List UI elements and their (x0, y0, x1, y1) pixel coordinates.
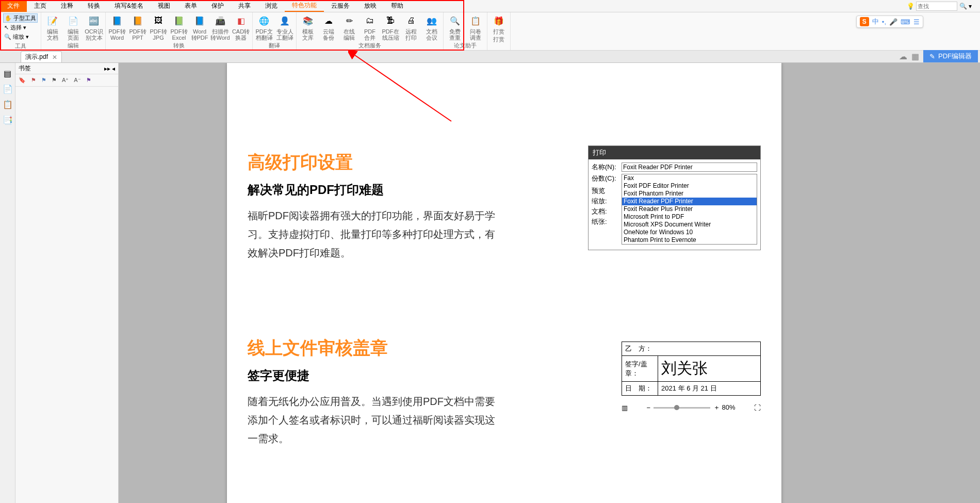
template-button[interactable]: 📚模板 文库 (298, 12, 318, 42)
ime-settings-icon[interactable]: ☰ (913, 18, 920, 26)
scan-icon: 📠 (213, 13, 227, 28)
thumbnails-icon[interactable]: ▤ (3, 68, 13, 78)
printer-option: OneNote for Windows 10 (622, 229, 757, 236)
ime-mic-icon[interactable]: 🎤 (889, 18, 897, 26)
chevron-down-icon[interactable]: ▾ (969, 3, 976, 10)
sig-name: 刘关张 (658, 356, 761, 382)
menu-bar: 文件 主页 注释 转换 填写&签名 视图 表单 保护 共享 浏览 特色功能 云服… (0, 0, 980, 12)
pdf2excel-button[interactable]: 📗PDF转 Excel (169, 12, 189, 42)
search-icon[interactable]: 🔍 (959, 3, 967, 10)
document-viewport[interactable]: 高级打印设置 解决常见的PDF打印难题 福昕PDF阅读器拥有强大的打印功能，界面… (119, 63, 980, 503)
excel-icon: 📗 (172, 13, 186, 28)
page-icon[interactable]: 📄 (3, 84, 13, 94)
cursor-icon: ↖ (4, 24, 9, 31)
remote-print-button[interactable]: 🖨远程 打印 (401, 12, 421, 42)
print-paper-label: 纸张: (592, 217, 622, 226)
menu-fillsign[interactable]: 填写&签名 (107, 0, 151, 12)
edit-doc-icon: 📝 (45, 13, 60, 28)
online-edit-button[interactable]: ✏在线 编辑 (339, 12, 360, 42)
menu-comment[interactable]: 注释 (54, 0, 80, 12)
menu-play[interactable]: 放映 (357, 0, 384, 12)
reward-button[interactable]: 🎁打赏 (488, 12, 509, 36)
gift-icon: 🎁 (492, 13, 506, 28)
edit-page-button[interactable]: 📄编辑 页面 (63, 12, 84, 42)
scan2word-button[interactable]: 📠扫描件 转Word (210, 12, 231, 42)
hand-tool[interactable]: ✋手型工具 (3, 13, 38, 23)
printer-option: Phantom Print to Evernote (622, 236, 757, 244)
printer-option-selected: Foxit Reader PDF Printer (622, 198, 757, 205)
zoom-tool[interactable]: 🔍缩放▾ (3, 32, 38, 41)
grid-icon[interactable]: ▦ (911, 52, 919, 61)
human-translate-button[interactable]: 👤专业人 工翻译 (274, 12, 295, 42)
cad-icon: ◧ (234, 13, 248, 28)
questionnaire-button[interactable]: 📋问卷 调查 (465, 12, 486, 42)
close-tab-icon[interactable]: ✕ (52, 54, 57, 61)
ime-keyboard-icon[interactable]: ⌨ (901, 18, 910, 26)
template-icon: 📚 (301, 13, 315, 28)
pdf-translate-button[interactable]: 🌐PDF文 档翻译 (254, 12, 274, 42)
font-increase-icon[interactable]: A⁺ (62, 77, 69, 84)
ime-lang[interactable]: 中 (872, 17, 879, 26)
sig-seal-label: 签字/盖章： (622, 356, 658, 382)
bookmark-add-icon[interactable]: 🔖 (19, 77, 26, 84)
printer-option: Microsoft Print to PDF (622, 213, 757, 221)
printer-icon: 🖨 (404, 13, 418, 28)
menu-help[interactable]: 帮助 (384, 0, 411, 12)
cloud-sync-icon[interactable]: ☁ (899, 52, 907, 61)
printer-option: Foxit Phantom Printer (622, 190, 757, 198)
ime-punct-icon[interactable]: •, (882, 18, 886, 26)
menu-form[interactable]: 表单 (177, 0, 204, 12)
word2pdf-button[interactable]: 📘Word 转PDF (189, 12, 210, 42)
edit-doc-button[interactable]: 📝编辑 文档 (42, 12, 63, 42)
dupcheck-button[interactable]: 🔍免费 查重 (445, 12, 465, 42)
bulb-icon[interactable]: 💡 (907, 3, 914, 10)
collapse-icon[interactable]: ▸▸ (104, 65, 110, 72)
ime-toolbar[interactable]: S 中 •, 🎤 ⌨ ☰ (856, 15, 923, 28)
jpg-icon: 🖼 (151, 13, 166, 28)
menu-convert[interactable]: 转换 (80, 0, 107, 12)
pdf-compress-button[interactable]: 🗜PDF在 线压缩 (380, 12, 401, 42)
print-preview-label: 预览 (592, 186, 622, 196)
pdf2jpg-button[interactable]: 🖼PDF转 JPG (148, 12, 169, 42)
menu-protect[interactable]: 保护 (204, 0, 231, 12)
printer-option: Foxit PDF Editor Printer (622, 182, 757, 190)
cad-button[interactable]: ◧CAD转 换器 (231, 12, 251, 42)
printer-option: Microsoft XPS Document Writer (622, 221, 757, 229)
pdf2word-button[interactable]: 📘PDF转 Word (107, 12, 127, 42)
check-icon: 🔍 (448, 13, 462, 28)
zoom-icon: 🔍 (4, 34, 11, 40)
meeting-button[interactable]: 👥文档 会议 (421, 12, 442, 42)
panel-menu-icon[interactable]: ◂ (112, 65, 115, 72)
pdf-merge-button[interactable]: 🗂PDF 合并 (360, 12, 380, 42)
select-tool[interactable]: ↖选择▾ (3, 23, 38, 32)
menu-file[interactable]: 文件 (0, 0, 27, 12)
menu-home[interactable]: 主页 (27, 0, 54, 12)
search-input[interactable] (916, 2, 957, 11)
font-decrease-icon[interactable]: A⁻ (74, 77, 80, 84)
clipboard-icon[interactable]: 📋 (3, 99, 13, 109)
bookmark-flag2-icon[interactable]: ⚑ (41, 77, 46, 84)
word-icon: 📘 (110, 13, 124, 28)
human-icon: 👤 (277, 13, 292, 28)
ocr-button[interactable]: 🔤OCR识 别文本 (84, 12, 104, 42)
ribbon: ✋手型工具 ↖选择▾ 🔍缩放▾ 工具 📝编辑 文档 📄编辑 页面 🔤OCR识 别… (0, 12, 980, 51)
zoom-out-icon: − (646, 404, 650, 412)
zoom-slider (654, 407, 710, 409)
bookmark-flag-icon[interactable]: ⚑ (31, 77, 36, 84)
pdf-editor-button[interactable]: ✎ PDF编辑器 (923, 50, 978, 62)
survey-icon: 📋 (468, 13, 483, 28)
cloud-backup-button[interactable]: ☁云端 备份 (318, 12, 339, 42)
pdf2ppt-button[interactable]: 📙PDF转 PPT (127, 12, 148, 42)
menu-share[interactable]: 共享 (231, 0, 258, 12)
group-tools-label: 工具 (1, 42, 40, 50)
note-icon[interactable]: 📑 (3, 115, 13, 125)
menu-view[interactable]: 视图 (151, 0, 177, 12)
menu-browse[interactable]: 浏览 (258, 0, 285, 12)
menu-cloud[interactable]: 云服务 (324, 0, 357, 12)
group-edit-label: 编辑 (42, 42, 104, 50)
bookmark-flag3-icon[interactable]: ⚑ (52, 77, 57, 84)
menu-special[interactable]: 特色功能 (285, 0, 324, 12)
layout-icon: ▥ (622, 404, 628, 412)
bookmark-more-icon[interactable]: ⚑ (86, 77, 91, 84)
document-tab[interactable]: 演示.pdf ✕ (21, 51, 62, 62)
